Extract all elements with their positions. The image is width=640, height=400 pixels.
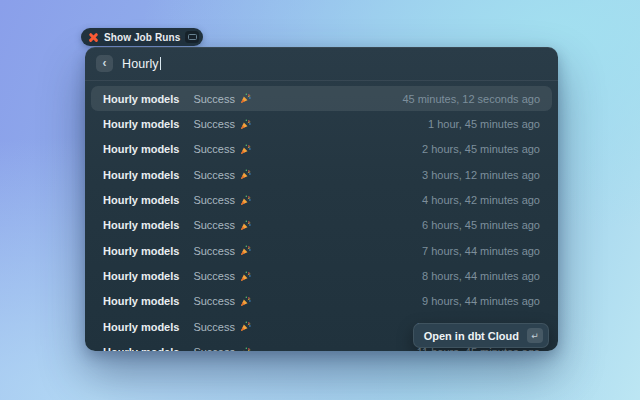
job-run-status: Success <box>193 194 235 206</box>
extension-launcher-badge[interactable]: Show Job Runs <box>81 28 203 46</box>
job-run-status: Success <box>193 270 235 282</box>
job-run-row[interactable]: Hourly models Success 6 hours, 45 minute… <box>91 213 552 238</box>
job-run-timestamp: 4 hours, 42 minutes ago <box>422 194 540 206</box>
job-run-status: Success <box>193 245 235 257</box>
hotkey-recorder-icon <box>185 31 199 43</box>
command-palette-window: ‹ Hourly Hourly models Success 45 minute… <box>85 47 558 351</box>
job-run-row[interactable]: Hourly models Success 2 hours, 45 minute… <box>91 137 552 162</box>
party-popper-icon <box>240 93 251 104</box>
party-popper-icon <box>240 195 251 206</box>
search-bar: ‹ Hourly <box>85 47 558 81</box>
job-run-title: Hourly models <box>103 295 179 307</box>
job-run-timestamp: 3 hours, 12 minutes ago <box>422 169 540 181</box>
job-run-row[interactable]: Hourly models Success 9 hours, 44 minute… <box>91 289 552 314</box>
job-run-row[interactable]: Hourly models Success 3 hours, 12 minute… <box>91 162 552 187</box>
party-popper-icon <box>240 245 251 256</box>
job-run-title: Hourly models <box>103 219 179 231</box>
job-run-row[interactable]: Hourly models Success 45 minutes, 12 sec… <box>91 86 552 111</box>
job-run-title: Hourly models <box>103 346 179 351</box>
job-run-status: Success <box>193 93 235 105</box>
job-run-timestamp: 1 hour, 45 minutes ago <box>428 118 540 130</box>
job-run-status: Success <box>193 118 235 130</box>
job-run-title: Hourly models <box>103 143 179 155</box>
job-run-timestamp: 8 hours, 44 minutes ago <box>422 270 540 282</box>
job-run-title: Hourly models <box>103 270 179 282</box>
job-run-status: Success <box>193 143 235 155</box>
party-popper-icon <box>240 119 251 130</box>
job-run-timestamp: 7 hours, 44 minutes ago <box>422 245 540 257</box>
action-hint-label: Open in dbt Cloud <box>424 330 519 342</box>
job-run-timestamp: 45 minutes, 12 seconds ago <box>402 93 540 105</box>
search-input[interactable]: Hourly <box>122 57 161 71</box>
party-popper-icon <box>240 321 251 332</box>
party-popper-icon <box>240 271 251 282</box>
job-run-row[interactable]: Hourly models Success 7 hours, 44 minute… <box>91 238 552 263</box>
primary-action-hint[interactable]: Open in dbt Cloud ↵ <box>413 323 549 348</box>
job-run-title: Hourly models <box>103 93 179 105</box>
job-run-title: Hourly models <box>103 321 179 333</box>
job-run-status: Success <box>193 219 235 231</box>
job-run-status: Success <box>193 295 235 307</box>
enter-key-icon: ↵ <box>527 328 543 343</box>
party-popper-icon <box>240 296 251 307</box>
job-run-timestamp: 9 hours, 44 minutes ago <box>422 295 540 307</box>
job-run-status: Success <box>193 346 235 351</box>
job-run-timestamp: 2 hours, 45 minutes ago <box>422 143 540 155</box>
extension-badge-label: Show Job Runs <box>104 32 180 43</box>
job-run-title: Hourly models <box>103 169 179 181</box>
party-popper-icon <box>240 220 251 231</box>
party-popper-icon <box>240 144 251 155</box>
job-run-timestamp: 6 hours, 45 minutes ago <box>422 219 540 231</box>
text-cursor <box>160 57 162 70</box>
search-input-value: Hourly <box>122 57 159 71</box>
job-run-row[interactable]: Hourly models Success 1 hour, 45 minutes… <box>91 111 552 136</box>
job-run-row[interactable]: Hourly models Success 8 hours, 44 minute… <box>91 263 552 288</box>
job-run-title: Hourly models <box>103 245 179 257</box>
job-run-row[interactable]: Hourly models Success 4 hours, 42 minute… <box>91 187 552 212</box>
job-run-title: Hourly models <box>103 118 179 130</box>
job-run-status: Success <box>193 321 235 333</box>
party-popper-icon <box>240 347 251 351</box>
party-popper-icon <box>240 169 251 180</box>
job-run-status: Success <box>193 169 235 181</box>
dbt-logo-icon <box>88 32 99 43</box>
job-runs-list: Hourly models Success 45 minutes, 12 sec… <box>85 81 558 351</box>
back-button[interactable]: ‹ <box>96 55 113 72</box>
job-run-title: Hourly models <box>103 194 179 206</box>
